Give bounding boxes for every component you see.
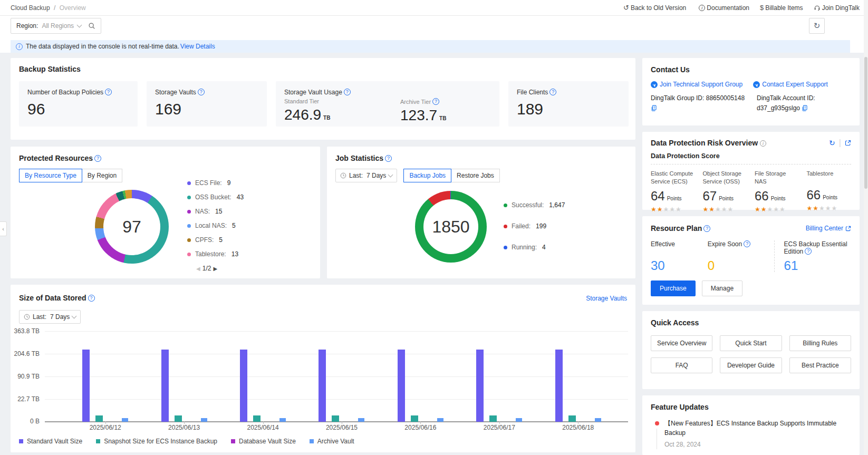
refresh-icon[interactable]: ↻ bbox=[829, 139, 835, 147]
search-icon[interactable] bbox=[88, 22, 95, 30]
quick-start-button[interactable]: Quick Start bbox=[720, 335, 782, 351]
tab-by-resource-type[interactable]: By Resource Type bbox=[19, 169, 82, 182]
bar[interactable] bbox=[476, 350, 484, 422]
help-icon[interactable] bbox=[549, 89, 556, 95]
bar[interactable] bbox=[568, 415, 576, 422]
tab-by-region[interactable]: By Region bbox=[82, 169, 122, 182]
bar[interactable] bbox=[555, 350, 563, 422]
legend-swatch bbox=[231, 439, 235, 443]
bar[interactable] bbox=[358, 418, 364, 422]
bar[interactable] bbox=[332, 415, 339, 422]
feature-update-item[interactable]: 【New Features】ECS Instance Backup Suppor… bbox=[651, 419, 851, 448]
legend-item[interactable]: Archive Vault bbox=[310, 438, 354, 445]
legend-swatch bbox=[310, 439, 314, 443]
bar[interactable] bbox=[122, 418, 128, 422]
tab-restore-jobs[interactable]: Restore Jobs bbox=[451, 169, 500, 182]
legend-item[interactable]: Database Vault Size bbox=[231, 438, 296, 445]
bar-group bbox=[539, 331, 618, 422]
jobs-time-filter[interactable]: Last: 7 Days bbox=[335, 169, 397, 182]
legend-item[interactable]: Local NAS:5 bbox=[187, 222, 244, 229]
bar[interactable] bbox=[516, 418, 522, 422]
clock-icon bbox=[24, 314, 30, 320]
bar[interactable] bbox=[161, 350, 169, 422]
help-icon[interactable] bbox=[105, 89, 112, 95]
bar[interactable] bbox=[595, 418, 601, 422]
region-selector[interactable]: Region: All Regions bbox=[11, 18, 101, 34]
view-details-link[interactable]: View Details bbox=[180, 43, 215, 50]
join-support-group-link[interactable]: Join Technical Support Group bbox=[651, 81, 742, 88]
billable-items-link[interactable]: $ Billable Items bbox=[760, 4, 803, 12]
tab-backup-jobs[interactable]: Backup Jobs bbox=[403, 169, 451, 182]
timeline-line bbox=[657, 429, 657, 449]
help-icon[interactable] bbox=[432, 98, 439, 105]
bar[interactable] bbox=[319, 350, 326, 422]
help-icon[interactable] bbox=[385, 155, 392, 162]
bar[interactable] bbox=[437, 418, 443, 422]
help-icon[interactable] bbox=[744, 240, 750, 247]
legend-item[interactable]: Running:4 bbox=[504, 244, 565, 251]
risk-col-nas: File Storage NAS 66Points ★★★★★ bbox=[755, 170, 799, 213]
legend-item[interactable]: ECS File:9 bbox=[187, 179, 244, 187]
legend-dot bbox=[187, 253, 191, 256]
help-icon[interactable] bbox=[94, 155, 101, 162]
legend-item[interactable]: NAS:15 bbox=[187, 208, 244, 215]
legend-item[interactable]: Failed:199 bbox=[504, 222, 565, 230]
help-icon[interactable] bbox=[703, 225, 710, 232]
bar[interactable] bbox=[201, 418, 207, 422]
back-to-old-version-link[interactable]: ↺ Back to Old Version bbox=[623, 4, 686, 12]
external-link-icon bbox=[845, 226, 851, 231]
bar[interactable] bbox=[411, 415, 418, 422]
join-dingtalk-link[interactable]: Join DingTalk bbox=[814, 4, 860, 12]
copy-icon[interactable] bbox=[651, 105, 657, 111]
help-icon[interactable] bbox=[198, 89, 205, 95]
legend-item[interactable]: Tablestore:13 bbox=[187, 250, 244, 258]
legend-item[interactable]: OSS Bucket:43 bbox=[187, 193, 244, 201]
help-icon[interactable] bbox=[805, 248, 812, 255]
legend-dot bbox=[187, 238, 191, 242]
bar-group bbox=[460, 331, 538, 422]
contact-expert-support-link[interactable]: Contact Expert Support bbox=[753, 81, 828, 88]
faq-button[interactable]: FAQ bbox=[651, 357, 712, 373]
refresh-page-button[interactable] bbox=[809, 18, 825, 34]
documentation-link[interactable]: Documentation bbox=[697, 4, 749, 12]
billing-center-link[interactable]: Billing Center bbox=[806, 225, 851, 232]
protected-resources-donut-chart[interactable]: 97 bbox=[95, 190, 169, 264]
breadcrumb-root[interactable]: Cloud Backup bbox=[11, 4, 50, 12]
legend-item[interactable]: Snapshot Size for ECS Instance Backup bbox=[96, 438, 217, 445]
size-time-filter[interactable]: Last: 7 Days bbox=[19, 310, 81, 324]
bar[interactable] bbox=[240, 350, 247, 422]
help-icon[interactable] bbox=[88, 295, 95, 302]
external-link-icon[interactable] bbox=[845, 140, 851, 146]
scrollbar-track[interactable] bbox=[864, 0, 868, 455]
info-icon[interactable] bbox=[760, 140, 766, 147]
help-icon[interactable] bbox=[344, 89, 351, 95]
bar[interactable] bbox=[95, 415, 103, 422]
scrollbar-thumb[interactable] bbox=[864, 57, 867, 189]
legend-item[interactable]: Successful:1,647 bbox=[504, 201, 565, 209]
legend-item[interactable]: Standard Vault Size bbox=[19, 438, 82, 445]
pager-next-icon[interactable] bbox=[213, 265, 217, 272]
bar[interactable] bbox=[398, 350, 405, 422]
job-statistics-donut-chart[interactable]: 1850 bbox=[415, 191, 487, 263]
billing-rules-button[interactable]: Billing Rules bbox=[789, 335, 851, 351]
size-of-data-stored-card: Size of Data Stored Storage Vaults Last:… bbox=[11, 285, 635, 452]
bar[interactable] bbox=[82, 350, 90, 422]
manage-button[interactable]: Manage bbox=[702, 280, 742, 296]
star-empty-icon: ★ bbox=[819, 205, 825, 212]
best-practice-button[interactable]: Best Practice bbox=[789, 357, 851, 373]
pager-prev-icon[interactable] bbox=[196, 265, 200, 272]
documentation-label: Documentation bbox=[707, 4, 749, 12]
storage-vaults-link[interactable]: Storage Vaults bbox=[586, 295, 627, 302]
sidebar-collapse-handle[interactable] bbox=[0, 221, 7, 236]
purchase-button[interactable]: Purchase bbox=[651, 280, 696, 296]
copy-icon[interactable] bbox=[802, 105, 808, 111]
bar[interactable] bbox=[253, 415, 261, 422]
bar[interactable] bbox=[279, 418, 286, 422]
bar[interactable] bbox=[175, 415, 182, 422]
bar[interactable] bbox=[489, 415, 497, 422]
developer-guide-button[interactable]: Developer Guide bbox=[720, 357, 782, 373]
x-axis-labels: 2025/06/122025/06/132025/06/142025/06/15… bbox=[45, 424, 628, 431]
legend-item[interactable]: CPFS:5 bbox=[187, 236, 244, 244]
star-filled-icon: ★ bbox=[651, 206, 657, 213]
service-overview-button[interactable]: Service Overview bbox=[651, 335, 712, 351]
